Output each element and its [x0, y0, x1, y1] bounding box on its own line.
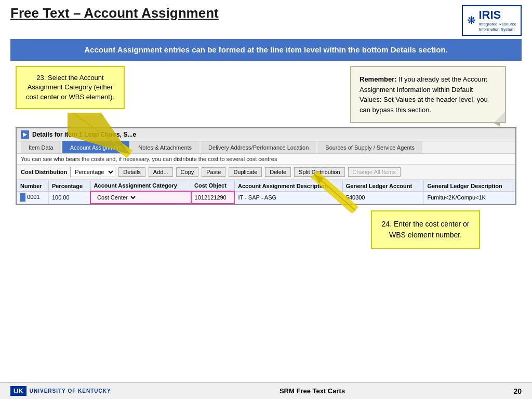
university-name: University of Kentucky: [30, 388, 111, 394]
row-indicator: [20, 193, 25, 202]
add-button[interactable]: Add...: [149, 167, 173, 177]
category-dropdown[interactable]: Cost Center: [94, 193, 137, 202]
logo-area: ❋ IRIS Integrated ResourceInformation Sy…: [462, 5, 522, 36]
cell-number: 0001: [17, 191, 49, 204]
table-container: Number Percentage Account Assignment Cat…: [17, 180, 515, 204]
details-button[interactable]: Details: [118, 167, 145, 177]
table-row: 0001 100.00 Cost Center: [17, 191, 515, 204]
paste-button[interactable]: Paste: [202, 167, 225, 177]
cell-cost-object: 1012121290: [191, 191, 235, 204]
logo-name: IRIS: [479, 8, 517, 22]
callout-right: Remember: If you already set the Account…: [350, 66, 506, 123]
col-gl-description: General Ledger Description: [424, 180, 515, 192]
delete-button[interactable]: Delete: [265, 167, 291, 177]
col-percentage: Percentage: [48, 180, 90, 192]
callout-bottom: 24. Enter the cost center or WBS element…: [371, 210, 480, 249]
callout-right-bold: Remember:: [360, 75, 397, 83]
blue-banner: Account Assignment entries can be formed…: [10, 39, 522, 61]
svg-line-2: [73, 113, 130, 154]
page-title: Free Text – Account Assignment: [10, 5, 219, 21]
arrow-bottom-svg: [303, 171, 407, 213]
uk-box: UK: [10, 386, 26, 396]
sap-titlebar-icon: ▶: [21, 130, 29, 139]
footer-page: 20: [513, 387, 522, 395]
logo-box: ❋ IRIS Integrated ResourceInformation Sy…: [462, 5, 522, 36]
arrow-left-svg: [68, 113, 161, 159]
cell-percentage: 100.00: [48, 191, 90, 204]
main-content: 23. Select the Account Assignment Catego…: [0, 61, 532, 378]
footer-title: SRM Free Text Carts: [280, 387, 345, 395]
callout-left: 23. Select the Account Assignment Catego…: [16, 66, 125, 109]
col-category: Account Assignment Category: [90, 180, 191, 192]
footer-uk: UK University of Kentucky: [10, 386, 111, 396]
logo-icon: ❋: [467, 14, 476, 26]
cost-distribution-label: Cost Distribution: [21, 169, 67, 175]
tab-item-data[interactable]: Item Data: [21, 141, 61, 153]
col-number: Number: [17, 180, 49, 192]
col-cost-object: Cost Object: [191, 180, 235, 192]
duplicate-button[interactable]: Duplicate: [229, 167, 262, 177]
sap-toolbar: Cost Distribution Percentage Details Add…: [17, 165, 515, 180]
table-header-row: Number Percentage Account Assignment Cat…: [17, 180, 515, 192]
tab-sources-supply[interactable]: Sources of Supply / Service Agents: [317, 141, 422, 153]
cell-category: Cost Center: [90, 191, 191, 204]
tab-delivery-address[interactable]: Delivery Address/Performance Location: [201, 141, 316, 153]
cell-gl-description: Furnitu<2K/Compu<1K: [424, 191, 515, 204]
account-assignment-table: Number Percentage Account Assignment Cat…: [17, 180, 515, 204]
svg-line-5: [314, 174, 355, 210]
content-region: 23. Select the Account Assignment Catego…: [10, 66, 522, 373]
callout-right-container: Remember: If you already set the Account…: [350, 66, 506, 123]
cost-distribution-dropdown[interactable]: Percentage: [70, 167, 115, 177]
logo-subtext: Integrated ResourceInformation System: [479, 22, 517, 33]
copy-button[interactable]: Copy: [176, 167, 199, 177]
page-footer: UK University of Kentucky SRM Free Text …: [0, 382, 532, 399]
page-header: Free Text – Account Assignment ❋ IRIS In…: [0, 0, 532, 39]
